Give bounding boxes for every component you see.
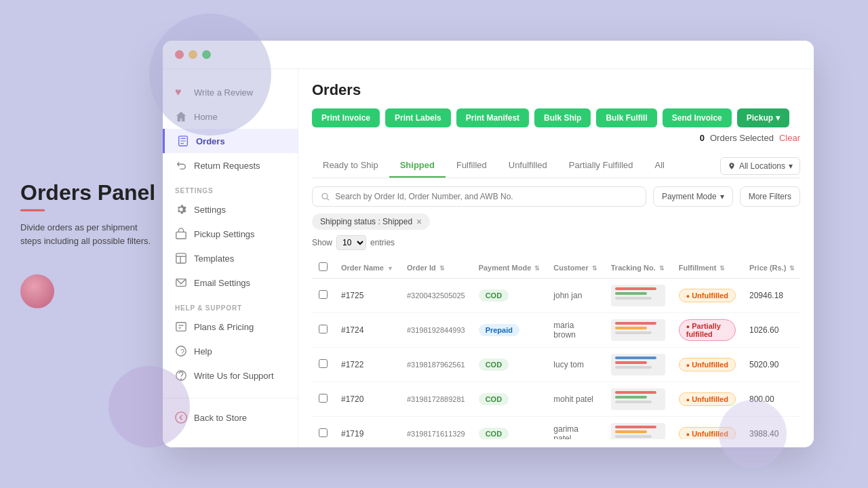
payment-mode-dropdown-icon: ▾ (720, 192, 724, 201)
select-all-checkbox[interactable] (319, 262, 328, 271)
tab-all[interactable]: All (644, 154, 675, 178)
sidebar-item-templates[interactable]: Templates (163, 246, 298, 270)
row-checkbox-cell (312, 417, 334, 440)
row-checkbox[interactable] (319, 359, 328, 368)
sidebar-label-plans: Plans & Pricing (194, 322, 254, 332)
more-filters-button[interactable]: More Filters (740, 186, 800, 207)
payment-badge: COD (479, 393, 509, 405)
tab-unfulfilled[interactable]: Unfulfilled (498, 154, 558, 178)
tab-shipped[interactable]: Shipped (389, 154, 446, 178)
orders-selected-container: 0 Orders Selected Clear (700, 133, 800, 143)
col-payment-mode[interactable]: Payment Mode ⇅ (472, 257, 547, 279)
tab-fulfilled[interactable]: Fulfilled (446, 154, 498, 178)
sidebar-item-plans[interactable]: Plans & Pricing (163, 314, 298, 339)
location-icon (728, 162, 736, 170)
table-header: Order Name ▼ Order Id ⇅ Payment Mode ⇅ (312, 257, 800, 279)
svg-line-18 (327, 199, 329, 201)
title-underline (20, 209, 45, 211)
price-sort-icon: ⇅ (789, 265, 795, 272)
active-filters-row: Shipping status : Shipped × (312, 214, 800, 235)
row-payment-mode: COD (472, 348, 547, 382)
row-checkbox-cell (312, 382, 334, 417)
row-order-id: #3198171611329 (400, 417, 472, 440)
entries-row: Show 10 25 50 entries (312, 235, 800, 250)
pickup-button[interactable]: Pickup ▾ (737, 108, 789, 127)
table-row: #1724 #3198192844993 Prepaid maria brown… (312, 313, 800, 348)
row-checkbox[interactable] (319, 428, 328, 437)
row-checkbox[interactable] (319, 290, 328, 299)
remove-filter-button[interactable]: × (416, 216, 422, 227)
location-filter-label: All Locations (739, 161, 785, 171)
payment-mode-label: Payment Mode (662, 192, 717, 201)
col-tracking[interactable]: Tracking No. ⇅ (604, 257, 672, 279)
help-icon: ? (175, 345, 187, 357)
clear-button[interactable]: Clear (779, 133, 800, 143)
row-order-name: #1725 (334, 279, 400, 313)
row-fulfillment: ●Unfulfilled (672, 348, 743, 382)
sidebar-label-write-support: Write Us for Support (194, 371, 274, 381)
tab-partially-fulfilled[interactable]: Partially Fulfilled (558, 154, 644, 178)
gear-icon (175, 203, 187, 216)
tab-ready-to-ship[interactable]: Ready to Ship (312, 154, 389, 178)
row-customer: lucy tom (547, 348, 604, 382)
fulfillment-dot: ● (686, 362, 690, 369)
left-panel: Orders Panel Divide orders as per shipme… (20, 180, 156, 308)
row-checkbox-cell (312, 313, 334, 348)
sidebar-item-settings[interactable]: Settings (163, 197, 298, 222)
bulk-ship-button[interactable]: Bulk Ship (534, 108, 591, 127)
template-icon (175, 252, 187, 264)
active-filter-tag: Shipping status : Shipped × (312, 214, 430, 230)
svg-rect-4 (176, 232, 186, 239)
table-row: #1725 #3200432505025 COD john jan ●Unful… (312, 279, 800, 313)
panel-description: Divide orders as per shipment steps incl… (20, 221, 156, 247)
entries-select[interactable]: 10 25 50 (336, 235, 366, 250)
tracking-number-img (611, 354, 665, 375)
sidebar-item-orders[interactable]: Orders (163, 129, 298, 153)
search-icon (321, 192, 330, 201)
svg-point-15 (181, 379, 182, 380)
tracking-number-img (611, 285, 665, 306)
row-order-id: #3198192844993 (400, 313, 472, 348)
row-price: 20946.18 (743, 279, 800, 313)
row-fulfillment: ●Unfulfilled (672, 279, 743, 313)
sidebar-item-help[interactable]: ? Help (163, 339, 298, 363)
location-dropdown-icon: ▾ (789, 161, 793, 171)
row-customer: maria brown (547, 313, 604, 348)
send-invoice-button[interactable]: Send Invoice (663, 108, 732, 127)
row-customer: garima patel (547, 417, 604, 440)
tracking-sort-icon: ⇅ (659, 265, 665, 272)
svg-rect-9 (176, 323, 186, 331)
location-filter[interactable]: All Locations ▾ (720, 157, 800, 175)
row-checkbox[interactable] (319, 394, 328, 403)
col-price[interactable]: Price (Rs.) ⇅ (743, 257, 800, 279)
row-payment-mode: Prepaid (472, 313, 547, 348)
sidebar-item-return-requests[interactable]: Return Requests (163, 153, 298, 178)
row-tracking (604, 279, 672, 313)
support-section-label: HELP & SUPPORT (163, 295, 298, 314)
svg-point-17 (322, 193, 328, 199)
payment-badge: COD (479, 359, 509, 371)
print-labels-button[interactable]: Print Labels (385, 108, 451, 127)
col-order-id[interactable]: Order Id ⇅ (400, 257, 472, 279)
sidebar-item-email-settings[interactable]: Email Settings (163, 270, 298, 295)
orders-selected-label: Orders Selected (710, 133, 774, 143)
pickup-icon (175, 228, 187, 240)
order-id-sort-icon: ⇅ (439, 265, 445, 272)
col-order-name[interactable]: Order Name ▼ (334, 257, 400, 279)
bulk-fulfill-button[interactable]: Bulk Fulfill (596, 108, 656, 127)
orders-count: 0 (700, 133, 705, 143)
col-customer[interactable]: Customer ⇅ (547, 257, 604, 279)
return-icon (175, 159, 187, 171)
row-checkbox[interactable] (319, 325, 328, 333)
sidebar-label-pickup-settings: Pickup Settings (194, 229, 255, 239)
col-fulfillment[interactable]: Fulfillment ⇅ (672, 257, 743, 279)
table-row: #1722 #3198187962561 COD lucy tom ●Unful… (312, 348, 800, 382)
payment-mode-filter[interactable]: Payment Mode ▾ (653, 186, 733, 207)
sidebar-label-help: Help (194, 346, 212, 357)
search-input[interactable] (335, 192, 637, 201)
print-invoice-button[interactable]: Print Invoice (312, 108, 380, 127)
print-manifest-button[interactable]: Print Manifest (456, 108, 529, 127)
search-box (312, 186, 646, 207)
fulfillment-badge: ●Unfulfilled (679, 392, 736, 406)
sidebar-item-pickup-settings[interactable]: Pickup Settings (163, 222, 298, 246)
